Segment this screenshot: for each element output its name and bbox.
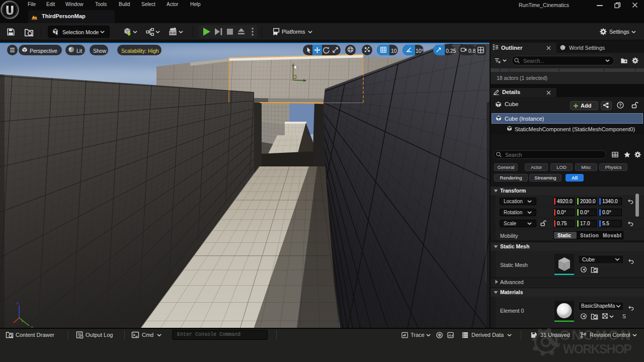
svg-text:z: z: [17, 301, 19, 305]
svg-text:?: ?: [619, 103, 622, 108]
svg-text:WORKSHOP: WORKSHOP: [563, 342, 632, 356]
